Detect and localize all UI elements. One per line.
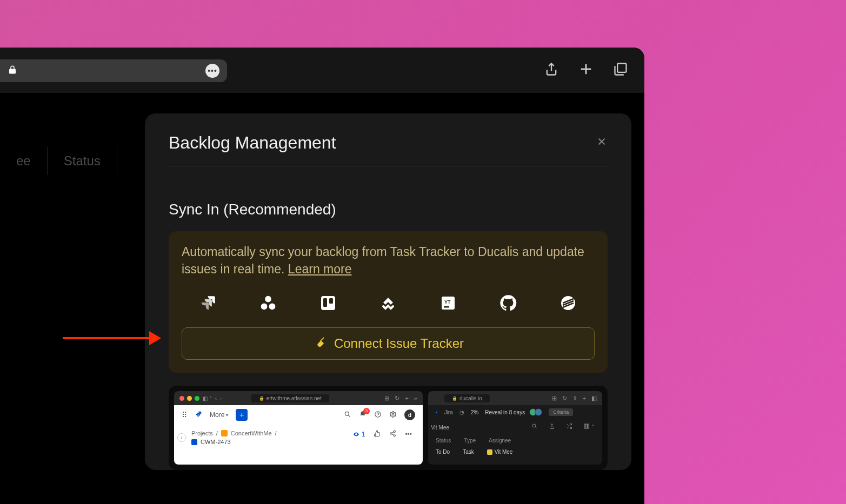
svg-rect-19: [586, 424, 588, 428]
preview-screenshot: ◧ ˅ ‹ › 🔒ertwithme.atlassian.net ⊞ ↻ + »: [169, 386, 608, 470]
url-bar[interactable]: •••: [0, 59, 227, 82]
backlog-modal: Backlog Management Sync In (Recommended)…: [145, 113, 631, 470]
plug-icon: [312, 335, 327, 352]
preview-left-window: ◧ ˅ ‹ › 🔒ertwithme.atlassian.net ⊞ ↻ + »: [174, 391, 423, 465]
tabs-icon[interactable]: [613, 62, 628, 79]
svg-rect-6: [329, 298, 333, 304]
modal-title: Backlog Management: [169, 133, 336, 153]
issue-row: CWM-2473: [191, 439, 405, 445]
bg-tab: Status: [48, 147, 117, 175]
refresh-icon: ↻: [562, 395, 567, 402]
translate-icon: ⊞: [552, 395, 557, 402]
jira-icon: [198, 293, 218, 313]
jira-body: › Projects / ConcertWithMe / CWM-2473: [174, 425, 423, 465]
github-icon: [498, 293, 518, 313]
preview-right-window: 🔒ducalis.io ⊞ ↻ ⇪ + ◧ ●: [428, 391, 602, 465]
refresh-icon: ↻: [395, 395, 399, 402]
section-title: Sync In (Recommended): [169, 201, 608, 218]
content-area: ee Status Backlog Management Sync In (Re…: [0, 93, 644, 504]
tracker-icons-row: YT: [182, 278, 595, 323]
svg-point-14: [394, 431, 396, 432]
avatar-stack: [531, 408, 542, 416]
background-tabs: ee Status: [0, 147, 117, 175]
svg-point-13: [392, 413, 394, 415]
plus-mini-icon: +: [583, 395, 586, 402]
svg-point-11: [345, 412, 349, 415]
sidebar-toggle-icon: ◧ ˅: [203, 395, 212, 401]
back-icon: ‹: [215, 395, 217, 401]
svg-rect-20: [588, 424, 589, 428]
svg-rect-9: [444, 306, 449, 308]
connect-label: Connect Issue Tracker: [334, 336, 464, 351]
sync-panel: Automatically sync your backlog from Tas…: [169, 231, 608, 373]
share-icon: ⇪: [572, 395, 577, 402]
toolbar-actions: [544, 62, 628, 79]
traffic-lights: [179, 396, 199, 401]
ducalis-topbar: ● Jira ◔ 2% Reveal in 8 days Criteria: [428, 405, 602, 419]
svg-point-1: [265, 296, 271, 303]
watch-count: 1: [353, 431, 365, 438]
ducalis-overflow-cells: ed Vit Mee: [428, 422, 457, 433]
modal-header: Backlog Management: [169, 133, 608, 166]
svg-point-16: [394, 435, 396, 436]
linear-icon: [558, 293, 578, 313]
export-icon: [549, 423, 555, 431]
columns-icon: ˅: [583, 423, 595, 431]
jira-meta: 1 •••: [353, 430, 412, 439]
assignee-icon: [487, 449, 492, 455]
project-icon: [221, 430, 228, 436]
youtrack-icon: YT: [438, 293, 458, 313]
lock-icon: [8, 65, 17, 77]
close-icon[interactable]: [596, 136, 608, 151]
sync-description: Automatically sync your backlog from Tas…: [182, 243, 595, 278]
share-icon[interactable]: [544, 62, 559, 79]
apps-icon: ⠿: [182, 411, 187, 419]
svg-rect-4: [321, 296, 335, 310]
svg-rect-18: [584, 424, 586, 428]
more-icon[interactable]: •••: [205, 64, 219, 78]
help-icon: [374, 411, 382, 420]
criteria-button: Criteria: [549, 408, 573, 416]
learn-more-link[interactable]: Learn more: [288, 262, 352, 276]
asana-icon: [258, 293, 278, 313]
ducalis-table-head: Status Type Assignee: [428, 434, 602, 447]
jira-logo-icon: [195, 411, 202, 420]
translate-icon: ⊞: [384, 395, 389, 402]
tabs-mini-icon: »: [414, 395, 417, 402]
svg-rect-0: [617, 64, 626, 72]
mini-titlebar-left: ◧ ˅ ‹ › 🔒ertwithme.atlassian.net ⊞ ↻ + »: [174, 391, 423, 405]
issue-type-icon: [191, 439, 197, 445]
thumbs-up-icon: [374, 430, 381, 439]
mini-url-left: 🔒ertwithme.atlassian.net: [251, 394, 329, 402]
plus-icon[interactable]: [578, 62, 594, 79]
tabs-mini-icon: ◧: [591, 395, 597, 402]
search-icon: [531, 423, 538, 431]
shuffle-icon: [566, 423, 572, 431]
expand-icon: ›: [177, 433, 186, 442]
svg-rect-5: [323, 298, 327, 307]
svg-point-2: [261, 304, 268, 310]
mini-titlebar-right: 🔒ducalis.io ⊞ ↻ ⇪ + ◧: [428, 391, 602, 405]
trello-icon: [318, 293, 338, 313]
bg-tab: ee: [0, 147, 48, 175]
svg-point-17: [532, 424, 536, 427]
ducalis-table-row: To Do Task Vit Mee: [428, 447, 602, 457]
svg-point-3: [269, 304, 276, 310]
svg-point-15: [390, 433, 392, 434]
mini-url-right: 🔒ducalis.io: [444, 394, 490, 402]
browser-window: ••• ee Status Backlog Management: [0, 48, 644, 504]
bell-icon: 3: [359, 411, 367, 420]
share-mini-icon: [389, 430, 396, 439]
progress-icon: ◔: [459, 409, 464, 415]
clickup-icon: [378, 293, 398, 313]
connect-tracker-button[interactable]: Connect Issue Tracker: [182, 327, 595, 360]
plus-mini-icon: +: [405, 395, 408, 402]
more-mini-icon: •••: [405, 431, 412, 438]
jira-more: More ▾: [210, 411, 228, 419]
forward-icon: ›: [220, 395, 222, 401]
jira-topbar: ⠿ More ▾ +: [174, 405, 423, 425]
browser-toolbar: •••: [0, 48, 644, 93]
search-icon: [344, 411, 351, 420]
gear-icon: [389, 411, 397, 420]
callout-arrow: [63, 332, 163, 345]
